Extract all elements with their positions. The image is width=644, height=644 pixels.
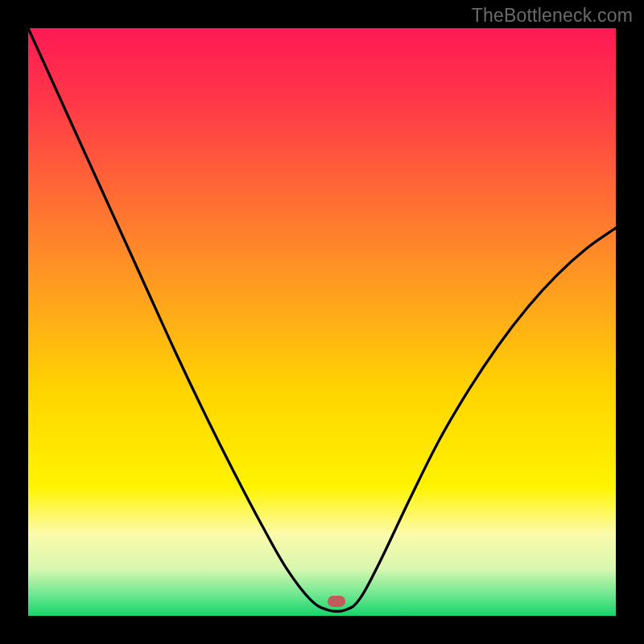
watermark-text: TheBottleneck.com: [472, 5, 633, 27]
bottleneck-curve-path: [28, 28, 616, 612]
plot-area: [28, 28, 616, 616]
current-value-marker: [328, 596, 345, 607]
chart-frame: TheBottleneck.com: [0, 0, 644, 644]
bottleneck-curve: [28, 28, 616, 616]
